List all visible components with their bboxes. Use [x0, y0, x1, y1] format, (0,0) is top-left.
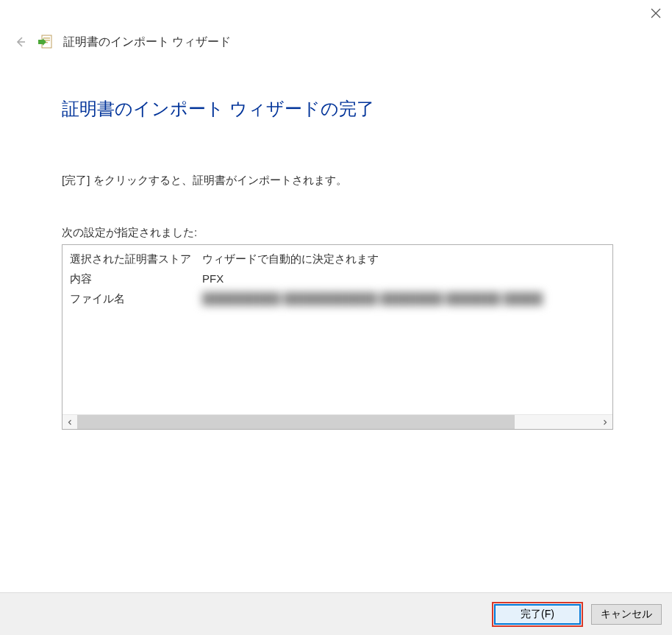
scroll-track[interactable]	[77, 415, 598, 429]
scroll-thumb[interactable]	[77, 415, 515, 429]
settings-table-body: 選択された証明書ストア ウィザードで自動的に決定されます 内容 PFX ファイル…	[62, 245, 612, 414]
content-area: 証明書のインポート ウィザードの完了 [完了] をクリックすると、証明書がインポ…	[0, 60, 672, 430]
setting-value: PFX	[202, 272, 605, 286]
close-icon[interactable]	[648, 6, 663, 21]
setting-key: 選択された証明書ストア	[70, 252, 202, 266]
back-arrow-icon[interactable]	[13, 35, 28, 49]
wizard-title: 証明書のインポート ウィザード	[63, 35, 231, 50]
table-row: ファイル名 ██████████ ████████████ ████████ █…	[70, 289, 605, 309]
table-row: 内容 PFX	[70, 269, 605, 289]
settings-table: 選択された証明書ストア ウィザードで自動的に決定されます 内容 PFX ファイル…	[62, 244, 613, 430]
scroll-left-icon[interactable]	[62, 415, 77, 429]
setting-value: ██████████ ████████████ ████████ ███████…	[202, 292, 605, 306]
svg-rect-4	[43, 38, 50, 39]
title-bar	[0, 0, 672, 31]
setting-value: ウィザードで自動的に決定されます	[202, 252, 605, 266]
certificate-wizard-icon	[37, 34, 54, 50]
settings-label: 次の設定が指定されました:	[62, 226, 610, 240]
footer-bar: 完了(F) キャンセル	[0, 592, 672, 635]
horizontal-scrollbar[interactable]	[62, 414, 612, 429]
instruction-text: [完了] をクリックすると、証明書がインポートされます。	[62, 174, 610, 188]
setting-key: ファイル名	[70, 292, 202, 306]
finish-button[interactable]: 完了(F)	[494, 604, 581, 625]
scroll-right-icon[interactable]	[598, 415, 612, 429]
table-row: 選択された証明書ストア ウィザードで自動的に決定されます	[70, 249, 605, 269]
setting-key: 内容	[70, 272, 202, 286]
wizard-header: 証明書のインポート ウィザード	[0, 31, 672, 60]
page-heading: 証明書のインポート ウィザードの完了	[62, 97, 610, 121]
cancel-button[interactable]: キャンセル	[591, 604, 662, 625]
